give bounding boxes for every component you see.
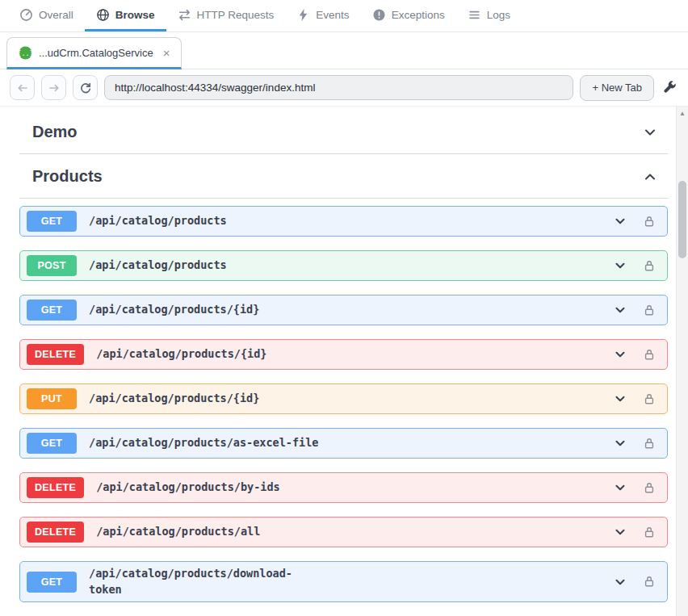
endpoint-path: /api/catalog/products: [89, 213, 614, 229]
endpoint-row[interactable]: PUT /api/catalog/products/{id}: [19, 383, 668, 414]
lock-icon[interactable]: [643, 526, 656, 539]
toolbar-tab[interactable]: Logs: [456, 0, 522, 31]
refresh-button[interactable]: [73, 75, 98, 100]
lock-icon[interactable]: [643, 304, 656, 317]
endpoint-row[interactable]: GET /api/catalog/products/as-excel-file: [19, 428, 668, 459]
toolbar-tab-label: Overall: [39, 9, 73, 21]
chevron-up-icon[interactable]: [642, 169, 658, 185]
endpoint-path: /api/catalog/products/{id}: [89, 391, 614, 407]
chevron-down-icon[interactable]: [642, 124, 658, 140]
toolbar-tab-label: Exceptions: [392, 9, 445, 21]
endpoint-row[interactable]: DELETE /api/catalog/products/all: [19, 517, 668, 547]
browser-tab[interactable]: {..} ...udCrm.CatalogService ×: [6, 37, 182, 69]
method-badge[interactable]: GET: [27, 572, 77, 593]
endpoint-row[interactable]: DELETE /api/catalog/products/by-ids: [19, 472, 668, 503]
chevron-down-icon[interactable]: [614, 481, 627, 494]
navigation-bar: + New Tab: [0, 69, 688, 107]
scrollbar[interactable]: ▲: [676, 107, 688, 616]
endpoint-path: /api/catalog/products/all: [96, 524, 614, 540]
events-icon: [296, 8, 310, 22]
lock-icon[interactable]: [643, 575, 656, 589]
browse-icon: [96, 8, 110, 22]
lock-icon[interactable]: [643, 348, 656, 362]
endpoint-icons: [614, 304, 656, 317]
swagger-page: Demo Products GET /api/catalog/products: [0, 107, 688, 616]
endpoint-path: /api/catalog/products: [89, 258, 614, 274]
lock-icon[interactable]: [643, 215, 656, 228]
method-badge[interactable]: DELETE: [27, 477, 84, 498]
endpoint-path: /api/catalog/products/{id}: [96, 346, 614, 362]
endpoint-icons: [614, 348, 656, 362]
toolbar-tab[interactable]: HTTP Requests: [166, 0, 286, 31]
lock-icon[interactable]: [643, 259, 656, 273]
exceptions-icon: [372, 8, 386, 22]
toolbar-tab[interactable]: Events: [285, 0, 360, 31]
endpoint-icons: [614, 215, 656, 228]
browser-tab-title: ...udCrm.CatalogService: [39, 47, 153, 59]
browser-tab-strip: {..} ...udCrm.CatalogService ×: [0, 32, 688, 69]
section-products[interactable]: Products: [19, 154, 668, 199]
chevron-down-icon[interactable]: [614, 437, 627, 450]
endpoint-icons: [614, 437, 656, 450]
toolbar-tab[interactable]: Exceptions: [361, 0, 456, 31]
endpoint-icons: [614, 259, 656, 273]
toolbar-tab-label: Events: [316, 9, 349, 21]
endpoint-path: /api/catalog/products/download-token: [89, 566, 303, 597]
new-tab-button[interactable]: + New Tab: [580, 75, 654, 101]
endpoint-row[interactable]: DELETE /api/catalog/products/{id}: [19, 339, 668, 370]
method-badge[interactable]: PUT: [27, 388, 77, 409]
chevron-down-icon[interactable]: [614, 526, 627, 538]
endpoint-row[interactable]: POST /api/catalog/products: [19, 250, 668, 281]
url-bar: [104, 75, 573, 100]
toolbar-tab-label: Logs: [487, 9, 510, 21]
lock-icon[interactable]: [643, 437, 656, 450]
lock-icon[interactable]: [643, 392, 656, 406]
toolbar-tab-label: Browse: [115, 9, 155, 21]
method-badge[interactable]: POST: [27, 255, 77, 276]
section-title: Demo: [32, 123, 78, 141]
endpoint-path: /api/catalog/products/by-ids: [96, 480, 614, 496]
svg-text:{..}: {..}: [19, 48, 32, 57]
forward-button[interactable]: [41, 75, 66, 100]
endpoint-list: GET /api/catalog/products POST /api/cata…: [19, 199, 668, 602]
method-badge[interactable]: DELETE: [27, 344, 84, 365]
endpoint-row[interactable]: GET /api/catalog/products: [19, 206, 668, 237]
method-badge[interactable]: DELETE: [27, 522, 84, 543]
logs-icon: [468, 8, 481, 22]
toolbar-tab[interactable]: Browse: [85, 0, 166, 31]
tab-close-icon[interactable]: ×: [163, 46, 170, 60]
method-badge[interactable]: GET: [27, 211, 77, 232]
endpoint-icons: [614, 526, 656, 539]
lock-icon[interactable]: [643, 481, 656, 495]
overall-icon: [19, 8, 33, 22]
endpoint-path: /api/catalog/products/as-excel-file: [89, 435, 614, 451]
scroll-up-arrow[interactable]: ▲: [677, 110, 688, 118]
scrollbar-thumb[interactable]: [678, 181, 686, 258]
http-requests-icon: [178, 8, 191, 22]
url-input[interactable]: [115, 82, 563, 94]
tools-icon[interactable]: [661, 79, 678, 97]
endpoint-path: /api/catalog/products/{id}: [89, 302, 614, 318]
method-badge[interactable]: GET: [27, 300, 77, 321]
toolbar-tab[interactable]: Overall: [8, 0, 85, 31]
chevron-down-icon[interactable]: [614, 348, 627, 361]
chevron-down-icon[interactable]: [614, 215, 627, 228]
toolbar-tab-label: HTTP Requests: [197, 9, 275, 21]
endpoint-icons: [614, 392, 656, 406]
section-demo[interactable]: Demo: [19, 110, 668, 154]
endpoint-row[interactable]: GET /api/catalog/products/download-token: [19, 561, 668, 602]
chevron-down-icon[interactable]: [614, 259, 627, 272]
chevron-down-icon[interactable]: [614, 392, 627, 405]
back-button[interactable]: [10, 75, 35, 100]
chevron-down-icon[interactable]: [614, 576, 627, 589]
endpoint-icons: [614, 575, 656, 589]
method-badge[interactable]: GET: [27, 433, 77, 454]
top-tab-bar: Overall Browse HTTP Requests Events Exce…: [0, 0, 688, 32]
endpoint-icons: [614, 481, 656, 495]
chevron-down-icon[interactable]: [614, 304, 627, 316]
swagger-icon: {..}: [19, 46, 32, 60]
endpoint-row[interactable]: GET /api/catalog/products/{id}: [19, 295, 668, 325]
section-title: Products: [32, 167, 103, 186]
